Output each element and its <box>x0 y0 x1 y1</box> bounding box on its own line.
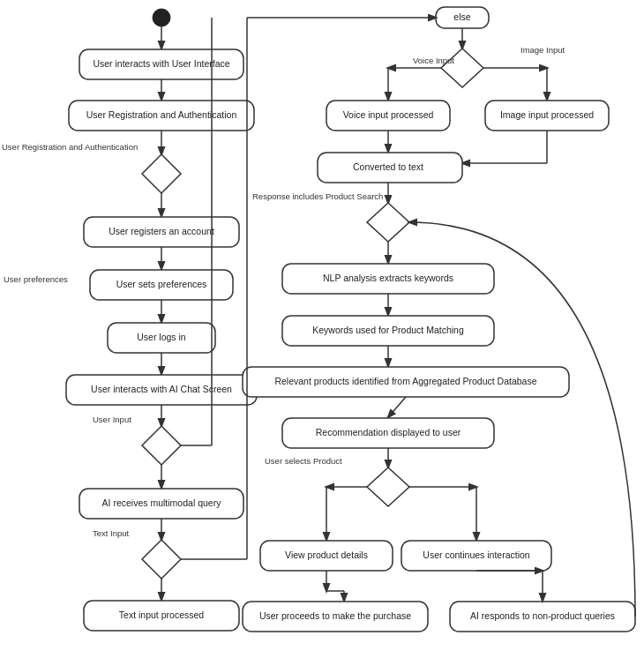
diamond-user-input <box>142 426 181 465</box>
node-non-product-label: AI responds to non-product queries <box>470 610 615 621</box>
node-keywords-label: Keywords used for Product Matching <box>312 325 464 335</box>
node-user-interacts-label: User interacts with User Interface <box>93 58 229 69</box>
node-continues-label: User continues interaction <box>423 550 530 560</box>
edge-label-product-search: Response includes Product Search <box>252 191 383 201</box>
edge-label-text-input: Text Input <box>93 528 130 538</box>
node-view-product-label: View product details <box>285 550 368 560</box>
diamond-text-input <box>142 540 181 579</box>
start-node <box>153 9 170 26</box>
node-login-label: User logs in <box>137 332 186 342</box>
node-converted-label: Converted to text <box>353 161 423 172</box>
node-relevant-products-label: Relevant products identified from Aggreg… <box>274 376 536 386</box>
edge-label-registration: User Registration and Authentication <box>2 142 138 152</box>
edge-label-user-selects: User selects Product <box>265 456 342 466</box>
node-else-label: else <box>453 11 470 22</box>
diamond-else <box>441 49 483 87</box>
node-registers-label: User registers an account <box>109 226 214 236</box>
node-purchase-label: User proceeds to make the purchase <box>259 610 411 621</box>
edge-label-image: Image Input <box>520 45 565 55</box>
svg-line-23 <box>388 397 406 417</box>
diamond-registration <box>142 154 181 193</box>
edge-label-voice: Voice Input <box>413 56 454 65</box>
node-preferences-label: User sets preferences <box>116 279 207 289</box>
node-registration-label: User Registration and Authentication <box>86 109 237 120</box>
edge-label-user-input: User Input <box>93 415 131 424</box>
node-voice-processed-label: Voice input processed <box>343 109 434 120</box>
diamond-user-selects <box>367 467 409 506</box>
node-ai-chat-label: User interacts with AI Chat Screen <box>91 384 232 394</box>
node-multimodal-label: AI receives multimodal query <box>102 497 222 508</box>
node-nlp-label: NLP analysis extracts keywords <box>323 273 453 283</box>
node-image-processed-label: Image input processed <box>500 109 594 120</box>
edge-label-user-pref: User preferences <box>4 274 68 284</box>
node-text-processed-label: Text input processed <box>119 609 204 620</box>
diamond-product-search <box>367 203 409 242</box>
node-recommendation-label: Recommendation displayed to user <box>316 427 461 437</box>
